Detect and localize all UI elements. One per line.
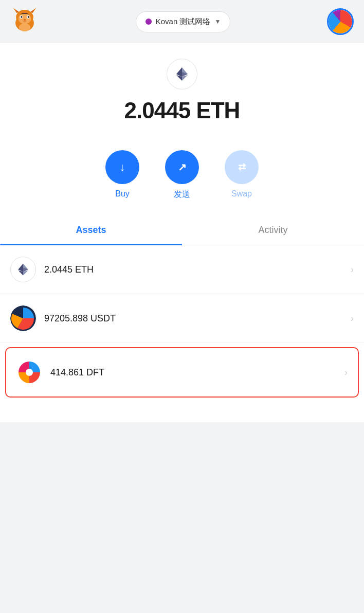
dft-asset-name: 414.861 DFT	[50, 367, 104, 377]
dft-asset-info: 414.861 DFT	[50, 367, 339, 378]
tab-activity[interactable]: Activity	[182, 215, 364, 245]
buy-label: Buy	[115, 189, 130, 199]
network-name: Kovan 测试网络	[156, 17, 211, 27]
swap-icon: ⇄	[238, 161, 246, 173]
chevron-down-icon: ▼	[214, 18, 221, 25]
svg-point-27	[26, 369, 33, 376]
eth-chevron-icon: ›	[351, 264, 354, 275]
asset-row-usdt[interactable]: 97205.898 USDT ›	[0, 294, 364, 343]
swap-button[interactable]: ⇄ Swap	[225, 150, 259, 200]
dft-asset-icon	[16, 359, 42, 385]
usdt-chevron-icon: ›	[351, 313, 354, 324]
svg-point-12	[19, 23, 30, 31]
metamask-logo	[10, 7, 39, 36]
avatar-image	[329, 10, 352, 33]
svg-point-11	[24, 19, 26, 21]
tabs: Assets Activity	[0, 215, 364, 245]
svg-point-6	[19, 13, 31, 24]
eth-asset-icon	[10, 257, 36, 282]
balance-amount: 2.0445 ETH	[124, 98, 240, 123]
eth-logo	[167, 59, 197, 89]
svg-point-9	[21, 16, 22, 17]
action-buttons: ↓ Buy ↗ 发送 ⇄ Swap	[0, 136, 364, 210]
asset-row-eth[interactable]: 2.0445 ETH ›	[0, 245, 364, 294]
buy-icon-circle: ↓	[105, 150, 139, 184]
svg-point-10	[28, 16, 29, 17]
dft-chevron-icon: ›	[344, 367, 348, 378]
main-content: 2.0445 ETH ↓ Buy ↗ 发送 ⇄ Swap Assets	[0, 43, 364, 422]
swap-icon-circle: ⇄	[225, 150, 259, 184]
send-button[interactable]: ↗ 发送	[165, 150, 199, 200]
usdt-asset-icon	[10, 305, 36, 331]
download-icon: ↓	[120, 160, 125, 174]
usdt-asset-name: 97205.898 USDT	[44, 313, 116, 323]
send-label: 发送	[174, 189, 190, 200]
send-icon-circle: ↗	[165, 150, 199, 184]
asset-list: 2.0445 ETH › 97205.898 USDT ›	[0, 245, 364, 398]
header: Kovan 测试网络 ▼	[0, 0, 364, 43]
buy-button[interactable]: ↓ Buy	[105, 150, 139, 200]
usdt-asset-info: 97205.898 USDT	[44, 313, 345, 324]
tab-assets[interactable]: Assets	[0, 215, 182, 245]
network-dot	[145, 19, 152, 25]
swap-label: Swap	[231, 189, 252, 199]
balance-section: 2.0445 ETH	[0, 43, 364, 136]
avatar[interactable]	[327, 8, 354, 35]
eth-asset-info: 2.0445 ETH	[44, 264, 345, 275]
eth-asset-name: 2.0445 ETH	[44, 264, 94, 275]
network-selector[interactable]: Kovan 测试网络 ▼	[136, 11, 231, 32]
send-icon: ↗	[178, 161, 187, 173]
asset-row-dft[interactable]: 414.861 DFT ›	[5, 347, 359, 398]
